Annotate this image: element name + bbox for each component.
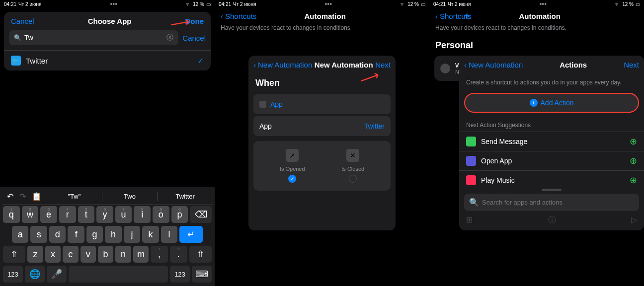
action-item[interactable]: Play Music⊕ <box>459 170 644 190</box>
space-key[interactable] <box>69 266 168 283</box>
clear-icon[interactable]: ⓧ <box>166 33 173 42</box>
key-c[interactable]: c <box>63 246 78 263</box>
comma-key[interactable]: !, <box>151 246 168 263</box>
globe-key[interactable]: 🌐 <box>25 266 45 283</box>
cancel-button[interactable]: Cancel <box>11 17 34 25</box>
key-f[interactable]: f <box>68 226 84 243</box>
key-j[interactable]: j <box>124 226 140 243</box>
action-item[interactable]: Open App⊕ <box>459 151 644 170</box>
key-e[interactable]: 3e <box>40 206 57 223</box>
key-w[interactable]: 2w <box>22 206 39 223</box>
key-t[interactable]: 5t <box>78 206 95 223</box>
key-m[interactable]: m <box>133 246 149 263</box>
key-l[interactable]: l <box>161 226 177 243</box>
open-icon: ↗ <box>286 149 299 162</box>
dots-icon[interactable]: ••• <box>324 0 332 8</box>
key-v[interactable]: v <box>80 246 96 263</box>
key-u[interactable]: 7u <box>115 206 132 223</box>
toggle-closed[interactable]: ✕ Is Closed <box>341 149 364 183</box>
status-time: 04:21 <box>219 1 231 7</box>
key-y[interactable]: 6y <box>96 206 113 223</box>
key-x[interactable]: x <box>45 246 61 263</box>
key-b[interactable]: b <box>98 246 113 263</box>
back-button[interactable]: ‹ Shortcuts <box>221 12 256 20</box>
app-value-row[interactable]: App Twitter <box>253 116 391 136</box>
check-icon: ✓ <box>197 56 204 66</box>
dots-icon[interactable]: ••• <box>539 0 547 8</box>
suggestion-1[interactable]: "Tw" <box>47 192 102 201</box>
action-name: Play Music <box>481 176 625 184</box>
key-i[interactable]: 8i <box>134 206 151 223</box>
search-icon: 🔍 <box>469 198 479 207</box>
play-icon[interactable]: ▷ <box>631 215 637 225</box>
check-off-icon <box>349 175 357 183</box>
subtitle: Have your devices react to changes in co… <box>429 24 644 35</box>
numbers-key[interactable]: 123 <box>3 266 23 283</box>
numbers-key-right[interactable]: 123 <box>170 266 190 283</box>
key-d[interactable]: d <box>49 226 66 243</box>
search-icon: 🔍 <box>14 34 21 41</box>
page-title: Automation <box>519 12 561 20</box>
redo-icon[interactable]: ↷ <box>19 192 26 201</box>
next-button[interactable]: Next <box>624 61 639 69</box>
delete-key[interactable]: ⌫ <box>190 206 212 223</box>
paste-icon[interactable]: 📋 <box>32 192 42 201</box>
dots-icon[interactable]: ••• <box>110 0 117 8</box>
return-key[interactable]: ↵ <box>179 226 203 243</box>
modal-back-button[interactable]: ‹ New Automation <box>253 61 312 69</box>
app-icon <box>259 101 266 108</box>
search-field[interactable]: 🔍 ⓧ <box>9 30 178 45</box>
key-z[interactable]: z <box>27 246 43 263</box>
status-date: Чт 2 июня <box>233 1 256 7</box>
modal-back-button[interactable]: ‹ New Automation <box>464 61 523 69</box>
page-title: Automation <box>305 12 346 20</box>
period-key[interactable]: ?. <box>170 246 187 263</box>
action-item[interactable]: Send Message⊕ <box>459 132 644 151</box>
mic-key[interactable]: 🎤 <box>47 266 67 283</box>
battery-percent: 12 % <box>622 1 634 7</box>
modal-title: Choose App <box>88 17 132 25</box>
add-action-button[interactable]: + Add Action <box>464 93 639 113</box>
key-r[interactable]: 4r <box>59 206 76 223</box>
action-search-field[interactable]: 🔍 <box>464 194 639 211</box>
drag-handle[interactable] <box>542 189 562 191</box>
add-button[interactable]: + <box>464 10 470 22</box>
key-n[interactable]: n <box>115 246 131 263</box>
key-h[interactable]: h <box>105 226 121 243</box>
search-cancel-button[interactable]: Cancel <box>182 34 206 42</box>
app-name: Twitter <box>26 57 192 65</box>
info-icon[interactable]: ⓘ <box>548 215 556 225</box>
panel-actions: 04:21 Чт 2 июня ••• ᯤ 12 % ▭ ‹ Shortcuts… <box>429 0 644 286</box>
toggle-opened[interactable]: ↗ Is Opened ✓ <box>280 149 305 183</box>
status-time: 04:21 <box>433 1 446 7</box>
grid-icon[interactable]: ⊞ <box>466 215 473 225</box>
app-row-twitter[interactable]: 🐦 Twitter ✓ <box>4 50 211 71</box>
search-input[interactable] <box>24 34 163 42</box>
key-p[interactable]: 0p <box>171 206 188 223</box>
action-name: Open App <box>481 157 625 165</box>
done-button[interactable]: Done <box>185 17 204 25</box>
key-s[interactable]: s <box>30 226 47 243</box>
action-icon <box>466 137 476 146</box>
key-k[interactable]: k <box>142 226 159 243</box>
plus-icon[interactable]: ⊕ <box>630 136 637 147</box>
keyboard-hide-key[interactable]: ⌨ <box>192 266 212 283</box>
suggestions-header: Next Action Suggestions <box>459 115 644 132</box>
status-bar: 04:21 Чт 2 июня ••• ᯤ 12 % ▭ <box>429 0 644 8</box>
key-g[interactable]: g <box>86 226 103 243</box>
status-date: Чт 2 июня <box>448 1 471 7</box>
next-button[interactable]: Next <box>375 61 391 69</box>
undo-icon[interactable]: ↶ <box>7 192 13 201</box>
suggestion-2[interactable]: Two <box>102 192 158 201</box>
suggestion-3[interactable]: Twitter <box>157 192 213 201</box>
key-o[interactable]: 9o <box>153 206 169 223</box>
shift-key-right[interactable]: ⇧ <box>189 246 212 263</box>
app-row[interactable]: App <box>253 94 391 114</box>
plus-icon[interactable]: ⊕ <box>630 155 637 166</box>
key-q[interactable]: 1q <box>3 206 20 223</box>
plus-icon[interactable]: ⊕ <box>630 175 637 186</box>
action-icon <box>466 175 476 185</box>
action-search-input[interactable] <box>482 199 634 206</box>
shift-key[interactable]: ⇧ <box>3 246 25 263</box>
key-a[interactable]: a <box>12 226 28 243</box>
